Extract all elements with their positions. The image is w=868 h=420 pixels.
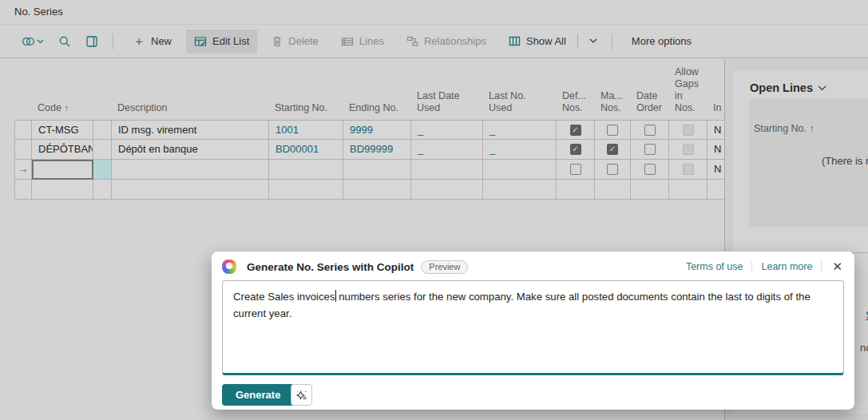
column-header-last-no-used[interactable]: Last No. Used <box>483 90 557 120</box>
checkbox-unchecked[interactable] <box>644 125 656 136</box>
delete-label: Delete <box>288 35 319 47</box>
ending-no-cell[interactable]: BD99999 <box>343 140 411 160</box>
edit-list-label: Edit List <box>212 35 249 47</box>
in-cell[interactable] <box>707 180 724 200</box>
link-separator <box>821 261 822 273</box>
close-icon[interactable]: ✕ <box>830 260 844 274</box>
starting-no-cell[interactable]: 1001 <box>269 120 343 140</box>
column-header-default-nos[interactable]: Def... Nos. <box>557 90 595 120</box>
checkbox-checked[interactable]: ✓ <box>607 144 618 155</box>
edit-list-button[interactable]: Edit List <box>186 30 257 53</box>
prompt-guide-button[interactable] <box>291 384 312 406</box>
code-cell[interactable] <box>32 180 93 200</box>
date-order-cell[interactable] <box>631 140 669 160</box>
indicator-cell-selected[interactable] <box>93 160 112 180</box>
manual-nos-cell[interactable] <box>595 180 631 200</box>
checkbox-unchecked[interactable] <box>644 164 656 175</box>
checkbox-unchecked[interactable] <box>644 144 656 155</box>
generate-button[interactable]: Generate <box>222 384 294 406</box>
description-cell[interactable] <box>112 180 269 200</box>
terms-of-use-link[interactable]: Terms of use <box>686 261 743 272</box>
last-no-used-cell[interactable] <box>483 160 557 180</box>
show-all-label: Show All <box>526 35 566 47</box>
row-selector-cell[interactable] <box>14 180 32 200</box>
date-order-cell[interactable] <box>631 180 669 200</box>
starting-no-cell[interactable]: BD00001 <box>269 140 343 160</box>
checkbox-disabled <box>683 125 694 136</box>
search-button[interactable] <box>58 35 71 48</box>
last-date-used-cell[interactable]: _ <box>411 140 483 160</box>
manual-nos-cell[interactable]: ✓ <box>595 140 631 160</box>
column-header-manual-nos[interactable]: Ma... Nos. <box>595 90 631 120</box>
lines-button[interactable]: Lines <box>333 30 392 53</box>
ending-no-cell[interactable] <box>343 180 411 200</box>
description-cell[interactable]: ID msg. virement <box>112 120 269 140</box>
sort-ascending-icon: ↑ <box>64 103 69 113</box>
dialog-header-links: Terms of use Learn more ✕ <box>686 260 844 274</box>
checkbox-unchecked[interactable] <box>570 164 581 175</box>
row-selector-cell[interactable] <box>14 120 32 140</box>
last-no-used-cell[interactable]: _ <box>483 120 557 140</box>
column-header-description[interactable]: Description <box>112 102 269 120</box>
manual-nos-cell[interactable] <box>595 160 631 180</box>
default-nos-cell[interactable]: ✓ <box>557 140 595 160</box>
allow-gaps-cell[interactable] <box>669 180 707 200</box>
grid-header-row: Code ↑ Description Starting No. Ending N… <box>14 64 724 120</box>
starting-no-cell[interactable] <box>269 160 343 180</box>
code-cell-focused[interactable] <box>32 160 93 180</box>
ending-no-cell[interactable]: 9999 <box>343 120 411 140</box>
checkbox-checked[interactable]: ✓ <box>570 125 581 136</box>
relationships-button[interactable]: Relationships <box>398 30 494 53</box>
factbox-column-header[interactable]: Starting No. ↑ <box>754 123 814 134</box>
title-bar: No. Series <box>0 0 868 25</box>
prompt-textarea[interactable]: Create Sales invoices numbers series for… <box>222 280 844 375</box>
column-header-last-date-used[interactable]: Last Date Used <box>411 90 483 120</box>
last-date-used-cell[interactable] <box>411 160 483 180</box>
copilot-dialog: Generate No. Series with Copilot Preview… <box>212 252 854 410</box>
code-cell[interactable]: DÉPÔTBANC <box>32 140 93 160</box>
description-cell[interactable]: Dépôt en banque <box>112 140 269 160</box>
current-row-arrow: → <box>14 160 32 180</box>
default-nos-cell[interactable]: ✓ <box>557 120 595 140</box>
column-header-in[interactable]: In <box>707 102 724 120</box>
new-button[interactable]: ＋ New <box>125 30 180 53</box>
last-no-used-cell[interactable]: _ <box>483 140 557 160</box>
date-order-cell[interactable] <box>631 120 669 140</box>
last-no-used-cell[interactable] <box>483 180 557 200</box>
more-options-button[interactable]: More options <box>624 30 700 53</box>
checkbox-unchecked[interactable] <box>607 125 618 136</box>
factbox-title[interactable]: Open Lines <box>750 81 826 94</box>
views-button[interactable] <box>22 35 44 48</box>
last-date-used-cell[interactable]: _ <box>411 120 483 140</box>
dialog-header: Generate No. Series with Copilot Preview… <box>222 258 844 275</box>
ending-no-cell[interactable] <box>343 160 411 180</box>
focus-mode-button[interactable] <box>85 35 98 48</box>
delete-button[interactable]: Delete <box>264 30 327 53</box>
indicator-cell[interactable] <box>93 120 112 140</box>
in-cell[interactable]: N <box>707 160 724 180</box>
code-cell[interactable]: CT-MSG <box>32 120 93 140</box>
learn-more-link[interactable]: Learn more <box>761 261 812 272</box>
manual-nos-cell[interactable] <box>595 120 631 140</box>
show-all-button[interactable]: Show All <box>501 29 605 54</box>
indicator-cell[interactable] <box>93 140 112 160</box>
split-divider <box>577 34 578 49</box>
default-nos-cell[interactable] <box>557 160 595 180</box>
description-cell[interactable] <box>112 160 269 180</box>
default-nos-cell[interactable] <box>557 180 595 200</box>
starting-no-cell[interactable] <box>269 180 343 200</box>
column-header-date-order[interactable]: Date Order <box>631 90 669 120</box>
column-header-allow-gaps[interactable]: Allow Gaps in Nos. <box>669 66 707 120</box>
preview-badge: Preview <box>421 260 468 274</box>
column-header-code[interactable]: Code ↑ <box>32 102 93 120</box>
checkbox-unchecked[interactable] <box>607 164 618 175</box>
in-cell[interactable]: N <box>707 140 724 160</box>
in-cell[interactable]: N <box>707 120 724 140</box>
last-date-used-cell[interactable] <box>411 180 483 200</box>
checkbox-checked[interactable]: ✓ <box>570 144 581 155</box>
date-order-cell[interactable] <box>631 160 669 180</box>
row-selector-cell[interactable] <box>14 140 32 160</box>
column-header-ending-no[interactable]: Ending No. <box>343 102 411 120</box>
indicator-cell[interactable] <box>93 180 112 200</box>
column-header-starting-no[interactable]: Starting No. <box>269 102 343 120</box>
